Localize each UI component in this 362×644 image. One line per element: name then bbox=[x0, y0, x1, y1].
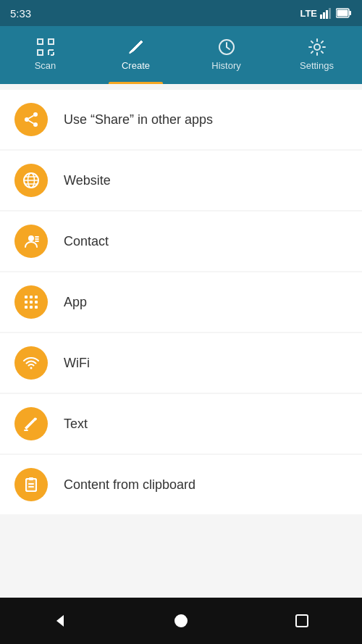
wifi-icon-wrap bbox=[14, 346, 48, 380]
wifi-label: WiFi bbox=[64, 356, 90, 371]
edit-icon bbox=[22, 415, 40, 432]
recents-button[interactable] bbox=[284, 606, 320, 635]
svg-rect-44 bbox=[29, 477, 33, 480]
share-label: Use “Share” in other apps bbox=[64, 112, 213, 127]
svg-rect-46 bbox=[28, 486, 34, 488]
recents-icon bbox=[294, 613, 310, 629]
status-bar: 5:33 LTE bbox=[0, 0, 362, 26]
list-item-text[interactable]: Text bbox=[0, 394, 362, 453]
svg-point-40 bbox=[30, 367, 33, 369]
svg-rect-45 bbox=[28, 483, 34, 485]
svg-rect-5 bbox=[350, 11, 352, 15]
svg-rect-0 bbox=[320, 14, 322, 19]
svg-marker-47 bbox=[56, 615, 64, 627]
home-button[interactable] bbox=[163, 606, 199, 635]
svg-rect-33 bbox=[35, 296, 38, 298]
svg-rect-49 bbox=[296, 615, 308, 627]
svg-rect-39 bbox=[35, 306, 38, 309]
svg-rect-32 bbox=[30, 296, 33, 298]
svg-rect-38 bbox=[30, 306, 33, 309]
svg-rect-7 bbox=[38, 39, 43, 44]
svg-line-21 bbox=[29, 120, 34, 123]
status-time: 5:33 bbox=[10, 7, 31, 20]
svg-point-16 bbox=[314, 44, 320, 50]
tab-create-label: Create bbox=[122, 60, 150, 71]
back-icon bbox=[52, 613, 68, 629]
svg-point-18 bbox=[25, 117, 29, 122]
list-item-wifi[interactable]: WiFi bbox=[0, 333, 362, 393]
svg-rect-3 bbox=[329, 8, 331, 19]
svg-line-20 bbox=[29, 115, 34, 118]
signal-icon bbox=[320, 7, 333, 19]
list-item-clipboard[interactable]: Content from clipboard bbox=[0, 455, 362, 514]
tab-scan-label: Scan bbox=[35, 60, 56, 71]
bottom-nav bbox=[0, 598, 362, 644]
svg-rect-36 bbox=[35, 301, 38, 304]
website-icon-wrap bbox=[14, 164, 48, 197]
app-icon-wrap bbox=[14, 285, 48, 319]
svg-point-27 bbox=[28, 235, 34, 241]
tab-bar: Scan Create History Settings bbox=[0, 26, 362, 84]
svg-rect-8 bbox=[49, 39, 54, 44]
svg-rect-34 bbox=[25, 301, 28, 304]
tab-create[interactable]: Create bbox=[90, 26, 181, 84]
text-label: Text bbox=[64, 417, 88, 432]
tab-scan[interactable]: Scan bbox=[0, 26, 90, 84]
battery-icon bbox=[336, 8, 352, 18]
svg-rect-1 bbox=[323, 12, 325, 19]
svg-point-17 bbox=[33, 112, 38, 117]
list-item-app[interactable]: App bbox=[0, 272, 362, 332]
svg-rect-9 bbox=[38, 50, 43, 55]
app-grid-icon bbox=[22, 293, 40, 311]
list-item-share[interactable]: Use “Share” in other apps bbox=[0, 90, 362, 149]
home-icon bbox=[173, 613, 189, 629]
svg-rect-35 bbox=[30, 301, 33, 304]
lte-label: LTE bbox=[300, 8, 317, 19]
globe-icon bbox=[22, 172, 40, 189]
svg-rect-37 bbox=[25, 306, 28, 309]
contact-icon-wrap bbox=[14, 225, 48, 258]
website-label: Website bbox=[64, 173, 111, 188]
text-icon-wrap bbox=[14, 407, 48, 440]
clipboard-icon-wrap bbox=[14, 468, 48, 501]
tab-settings[interactable]: Settings bbox=[272, 26, 362, 84]
main-content: Use “Share” in other apps Website bbox=[0, 84, 362, 598]
share-icon-wrap bbox=[14, 103, 48, 136]
scan-icon bbox=[35, 37, 56, 57]
clipboard-icon bbox=[22, 476, 40, 493]
back-button[interactable] bbox=[42, 606, 78, 635]
share-icon bbox=[22, 111, 40, 128]
settings-icon bbox=[307, 37, 327, 57]
tab-settings-label: Settings bbox=[300, 60, 334, 71]
svg-rect-43 bbox=[26, 479, 36, 491]
clipboard-label: Content from clipboard bbox=[64, 477, 195, 493]
status-icons: LTE bbox=[300, 7, 352, 19]
wifi-icon bbox=[22, 354, 40, 372]
list-item-contact[interactable]: Contact bbox=[0, 212, 362, 271]
svg-point-48 bbox=[174, 614, 188, 627]
contact-label: Contact bbox=[64, 234, 109, 249]
svg-point-19 bbox=[33, 122, 38, 127]
create-icon bbox=[126, 37, 146, 57]
svg-rect-31 bbox=[25, 296, 28, 298]
svg-rect-2 bbox=[326, 10, 328, 19]
tab-history[interactable]: History bbox=[181, 26, 272, 84]
list-item-website[interactable]: Website bbox=[0, 151, 362, 210]
history-icon bbox=[216, 37, 237, 57]
svg-rect-6 bbox=[337, 10, 348, 17]
tab-history-label: History bbox=[211, 60, 240, 71]
app-label: App bbox=[64, 295, 87, 310]
contact-icon bbox=[22, 233, 40, 250]
